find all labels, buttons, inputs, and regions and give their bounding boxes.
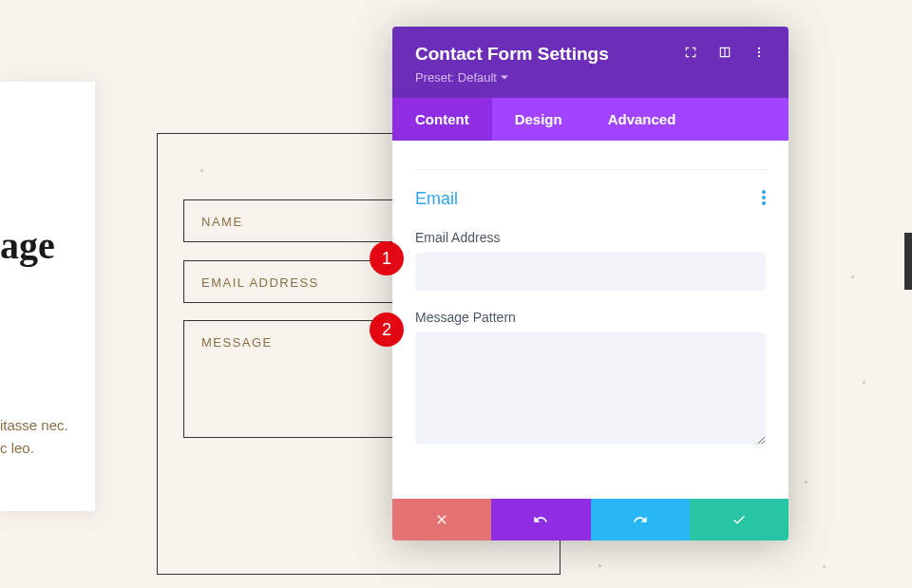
redo-button[interactable] <box>591 499 690 541</box>
tabs-bar: Content Design Advanced <box>392 98 788 141</box>
undo-button[interactable] <box>491 499 590 541</box>
bg-speck <box>598 564 601 567</box>
panel-footer <box>392 499 788 541</box>
email-address-label: Email Address <box>415 230 766 245</box>
svg-point-2 <box>758 55 760 57</box>
panel-title: Contact Form Settings <box>415 44 609 65</box>
page-text-fragment: itasse nec. c leo. <box>0 414 68 460</box>
preset-selector[interactable]: Preset: Default <box>415 70 766 85</box>
svg-point-3 <box>762 190 766 194</box>
field-label: EMAIL ADDRESS <box>201 275 319 290</box>
panel-header: Contact Form Settings Preset: Default <box>392 27 788 98</box>
text-line: itasse nec. <box>0 414 68 437</box>
tab-advanced[interactable]: Advanced <box>585 98 699 141</box>
caret-down-icon <box>501 74 508 82</box>
message-pattern-label: Message Pattern <box>415 310 766 325</box>
email-address-input[interactable] <box>415 253 766 291</box>
message-pattern-group: Message Pattern <box>415 310 766 448</box>
svg-point-1 <box>758 51 760 53</box>
annotation-badge-2: 2 <box>370 313 404 347</box>
section-title: Email <box>415 189 458 209</box>
svg-point-0 <box>758 47 760 49</box>
annotation-badge-1: 1 <box>370 241 404 275</box>
side-sliver <box>904 233 912 290</box>
bg-speck <box>805 481 808 484</box>
panel-header-icons <box>684 46 766 63</box>
more-icon[interactable] <box>752 46 766 63</box>
check-icon <box>732 512 747 527</box>
panel-title-row: Contact Form Settings <box>415 44 766 65</box>
settings-panel: Contact Form Settings Preset: Default Co… <box>392 27 788 541</box>
section-menu-icon[interactable] <box>762 190 766 209</box>
preset-label: Preset: Default <box>415 70 497 85</box>
expand-icon[interactable] <box>684 46 697 63</box>
message-pattern-textarea[interactable] <box>415 332 766 445</box>
layout-icon[interactable] <box>718 46 732 63</box>
bg-speck <box>863 381 865 384</box>
undo-icon <box>533 512 548 527</box>
field-label: MESSAGE <box>201 335 273 350</box>
tab-content[interactable]: Content <box>392 98 492 141</box>
page-title-fragment: age <box>0 223 55 268</box>
bg-speck <box>823 565 826 568</box>
svg-point-4 <box>762 196 766 199</box>
panel-body: Email Email Address Message Pattern <box>392 141 788 475</box>
redo-icon <box>633 512 648 527</box>
bg-speck <box>851 275 854 278</box>
text-line: c leo. <box>0 437 68 460</box>
section-header: Email <box>415 169 766 209</box>
cancel-button[interactable] <box>392 499 491 541</box>
field-label: NAME <box>201 215 243 229</box>
tab-design[interactable]: Design <box>492 98 585 141</box>
svg-point-5 <box>762 201 766 205</box>
email-address-group: Email Address <box>415 230 766 291</box>
close-icon <box>434 512 449 527</box>
save-button[interactable] <box>690 499 788 541</box>
